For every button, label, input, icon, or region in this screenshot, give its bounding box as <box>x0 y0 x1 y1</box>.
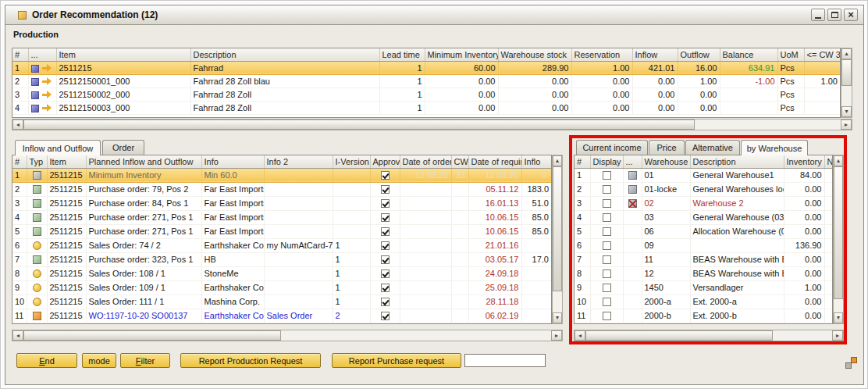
cell-inventory[interactable]: 136.90 <box>784 238 824 252</box>
cell-iversion[interactable] <box>333 182 370 196</box>
end-button[interactable]: End <box>16 353 77 368</box>
cell-inflow[interactable]: 0.00 <box>632 101 678 114</box>
cell-date-of-requirement[interactable]: 10.06.15 <box>468 210 521 224</box>
cell-inventory[interactable]: 0.00 <box>784 266 824 280</box>
cell-lead-time[interactable]: 1 <box>379 87 425 101</box>
cell-info[interactable]: Min 60.0 <box>201 168 264 182</box>
close-button[interactable]: × <box>844 9 858 21</box>
resize-grip-icon[interactable] <box>845 357 857 369</box>
scroll-up-button[interactable]: ▴ <box>834 155 843 166</box>
cell-inflow[interactable] <box>521 294 551 309</box>
cell-iversion[interactable] <box>333 196 370 210</box>
cell-date-of-requirement[interactable]: 16.01.13 <box>468 196 521 210</box>
cell-uom[interactable]: Pcs <box>777 61 804 74</box>
cell-info[interactable]: Far East Imports <box>201 196 264 210</box>
approved-checkbox[interactable] <box>381 171 390 180</box>
detail-col-iversion[interactable]: I-Version <box>333 155 370 168</box>
scroll-left-button[interactable]: ◂ <box>12 120 23 130</box>
cell-uom[interactable]: Pcs <box>777 87 804 101</box>
cell-minimum-inventory[interactable]: 0.00 <box>425 74 498 87</box>
cell-description[interactable]: Fahrrad 28 Zoll <box>190 101 379 114</box>
cell-row-number[interactable]: 4 <box>12 210 27 224</box>
cell-balance[interactable]: 634.91 <box>720 61 777 74</box>
cell-date-of-order[interactable]: 12.08.20 <box>400 168 451 182</box>
cell-date-of-requirement[interactable]: 12.08.20 <box>468 168 521 182</box>
cell-date-of-order[interactable] <box>400 210 451 224</box>
cell-warehouse[interactable]: 1450 <box>642 280 690 294</box>
cell-n[interactable] <box>824 266 832 280</box>
wh-col-n[interactable]: N <box>824 155 832 168</box>
cell-inventory[interactable]: 0.00 <box>784 182 824 196</box>
scrollbar-thumb[interactable] <box>585 330 773 341</box>
cell-cw33[interactable] <box>804 61 840 74</box>
cell-inventory[interactable]: 1.00 <box>784 280 824 294</box>
display-checkbox[interactable] <box>603 171 611 180</box>
cell-row-number[interactable]: 8 <box>12 266 27 280</box>
scroll-down-button[interactable]: ▾ <box>834 312 843 323</box>
cell-cw[interactable] <box>451 266 468 280</box>
cell-info2[interactable]: Sales Order <box>264 309 333 323</box>
display-checkbox[interactable] <box>603 298 611 306</box>
scrollbar-thumb[interactable] <box>834 166 843 299</box>
cell-warehouse[interactable]: 01-locke <box>642 182 690 196</box>
detail-horizontal-scrollbar[interactable]: ◂ ▸ <box>12 330 563 341</box>
cell-row-number[interactable]: 3 <box>575 196 590 210</box>
cell-description[interactable]: BEAS Warehouse with Bin <box>690 266 784 280</box>
tab-order[interactable]: Order <box>102 140 144 155</box>
cell-warehouse-stock[interactable]: 0.00 <box>498 101 571 114</box>
wh-col-icons[interactable]: ... <box>623 155 642 168</box>
cell-cw[interactable] <box>451 280 468 294</box>
items-col-description[interactable]: Description <box>190 48 379 61</box>
approved-checkbox[interactable] <box>381 213 390 222</box>
cell-outflow[interactable]: 1.00 <box>678 74 720 87</box>
wh-col-warehouse[interactable]: Warehouse <box>642 155 690 168</box>
cell-description[interactable]: BEAS Warehouse with Bin <box>690 252 784 266</box>
display-checkbox[interactable] <box>603 284 611 292</box>
cell-outflow[interactable]: 0.00 <box>678 101 720 114</box>
cell-date-of-order[interactable] <box>400 266 451 280</box>
cell-planned[interactable]: Purchase order: 271, Pos 1 <box>86 210 201 224</box>
items-col-balance[interactable]: Balance <box>720 48 777 61</box>
cell-info2[interactable] <box>264 294 333 309</box>
cell-cw33[interactable] <box>804 101 840 114</box>
cell-lead-time[interactable]: 1 <box>379 74 425 87</box>
cell-date-of-order[interactable] <box>400 294 451 309</box>
warehouse-row[interactable]: 11 2000-b Ext. 2000-b 0.00 <box>575 309 832 323</box>
display-checkbox[interactable] <box>603 199 611 208</box>
cell-inventory[interactable]: 84.00 <box>784 168 824 182</box>
cell-warehouse[interactable]: 12 <box>642 266 690 280</box>
cell-cw[interactable] <box>451 196 468 210</box>
approved-checkbox[interactable] <box>381 227 390 236</box>
cell-inventory[interactable]: 0.00 <box>784 294 824 309</box>
cell-row-number[interactable]: 2 <box>12 74 28 87</box>
items-col-item[interactable]: Item <box>56 48 190 61</box>
approved-checkbox[interactable] <box>381 199 390 208</box>
detail-col-number[interactable]: # <box>12 155 27 168</box>
cell-warehouse[interactable]: 2000-a <box>642 294 690 309</box>
cell-minimum-inventory[interactable]: 0.00 <box>425 87 498 101</box>
cell-date-of-order[interactable] <box>400 224 451 238</box>
cell-row-number[interactable]: 6 <box>12 238 27 252</box>
cell-cw[interactable] <box>451 309 468 323</box>
cell-inventory[interactable]: 0.00 <box>784 196 824 210</box>
cell-cw[interactable] <box>451 252 468 266</box>
report-purchase-request-button[interactable]: Report Purchase request <box>332 353 461 368</box>
cell-info[interactable]: HB <box>201 252 264 266</box>
cell-inventory[interactable]: 0.00 <box>784 210 824 224</box>
warehouse-row[interactable]: 1 01 General Warehouse1 84.00 <box>575 168 832 182</box>
scroll-down-button[interactable]: ▾ <box>841 106 852 117</box>
cell-minimum-inventory[interactable]: 60.00 <box>425 61 498 74</box>
scroll-left-button[interactable]: ◂ <box>575 330 585 341</box>
cell-planned[interactable]: Minimum Inventory <box>86 168 201 182</box>
cell-inflow[interactable]: 0.00 <box>632 87 678 101</box>
cell-row-number[interactable]: 4 <box>575 210 590 224</box>
cell-info2[interactable] <box>264 224 333 238</box>
wh-col-description[interactable]: Description <box>690 155 784 168</box>
approved-checkbox[interactable] <box>381 255 390 264</box>
cell-inflow[interactable]: 421.01 <box>632 61 678 74</box>
items-col-lead-time[interactable]: Lead time <box>379 48 425 61</box>
detail-col-inflow[interactable]: Inflo <box>521 155 551 168</box>
cell-info[interactable]: Earthshaker Cor <box>201 280 264 294</box>
cell-info[interactable]: Far East Imports <box>201 210 264 224</box>
cell-lead-time[interactable]: 1 <box>379 101 425 114</box>
